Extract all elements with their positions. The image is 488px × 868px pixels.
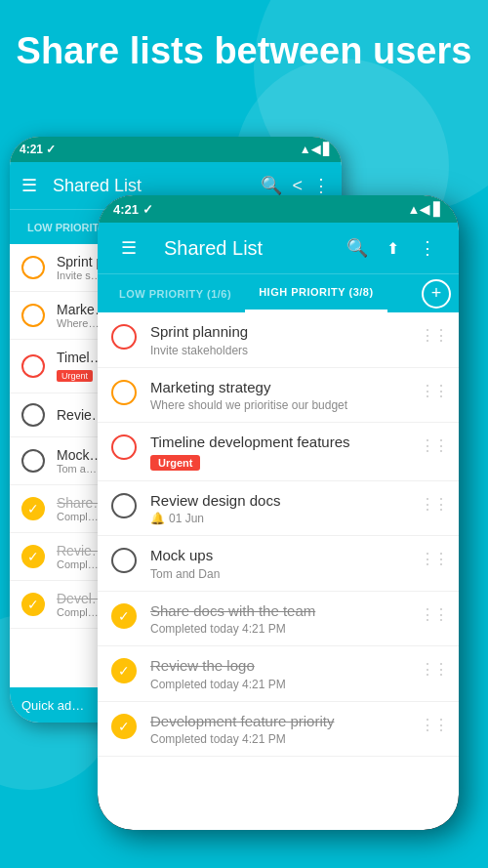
hero-section: Share lists between users — [0, 29, 488, 74]
item-title-8: Development feature priority — [150, 712, 416, 731]
item-sub-5: Tom and Dan — [150, 567, 416, 581]
drag-handle-5[interactable]: ⋮⋮ — [416, 546, 447, 568]
item-sub-6: Completed today 4:21 PM — [150, 622, 416, 636]
drag-handle-8[interactable]: ⋮⋮ — [416, 712, 447, 734]
more-icon-front[interactable]: ⋮ — [410, 230, 445, 266]
drag-handle-2[interactable]: ⋮⋮ — [416, 378, 447, 400]
tab-low-front[interactable]: LOW PRIORITY (1/6) — [105, 274, 245, 312]
item-sub-1: Invite stakeholders — [150, 344, 416, 357]
item-circle[interactable] — [21, 304, 45, 327]
item-circle[interactable]: ✓ — [21, 497, 45, 520]
item-title-1: Sprint planning — [150, 322, 416, 342]
item-title-6: Share docs with the team — [150, 601, 416, 621]
item-circle[interactable]: ✓ — [21, 593, 45, 616]
list-item-6: ✓ Share docs with the team Completed tod… — [98, 592, 459, 647]
drag-handle-1[interactable]: ⋮⋮ — [416, 322, 447, 345]
search-icon-front[interactable]: 🔍 — [340, 230, 375, 266]
hamburger-icon-back[interactable]: ☰ — [21, 175, 37, 196]
item-title-3: Timeline development features — [150, 433, 416, 452]
time-back: 4:21 ✓ — [20, 143, 56, 156]
list-item-5: Mock ups Tom and Dan ⋮⋮ — [98, 536, 459, 592]
tab-bar-front: LOW PRIORITY (1/6) HIGH PRIORITY (3/8) + — [98, 273, 459, 312]
item-circle-3[interactable] — [111, 434, 137, 460]
list-item-4: Review design docs 🔔 01 Jun ⋮⋮ — [98, 481, 459, 537]
item-circle-5[interactable] — [111, 548, 137, 573]
item-circle-2[interactable] — [111, 380, 137, 405]
item-circle[interactable] — [21, 354, 45, 378]
item-title-2: Marketing strategy — [150, 378, 416, 397]
item-circle-8[interactable]: ✓ — [111, 714, 137, 739]
time-front: 4:21 ✓ — [113, 202, 153, 217]
item-title-7: Review the logo — [150, 656, 416, 676]
item-circle[interactable] — [21, 449, 45, 473]
item-circle[interactable] — [21, 256, 45, 279]
list-item-2: Marketing strategy Where should we prior… — [98, 368, 459, 424]
app-bar-front: ☰ Shared List 🔍 ⬆ ⋮ — [98, 223, 459, 273]
tab-high-front[interactable]: HIGH PRIORITY (3/8) — [245, 274, 386, 312]
search-icon-back[interactable]: 🔍 — [261, 175, 282, 196]
drag-handle-6[interactable]: ⋮⋮ — [416, 601, 447, 624]
item-sub-7: Completed today 4:21 PM — [150, 678, 416, 691]
item-circle-4[interactable] — [111, 493, 137, 518]
signal-icons-back: ▲◀ ▋ — [300, 143, 332, 156]
item-circle-7[interactable]: ✓ — [111, 658, 137, 683]
status-bar-back: 4:21 ✓ ▲◀ ▋ — [10, 137, 342, 162]
drag-handle-3[interactable]: ⋮⋮ — [416, 433, 447, 455]
item-circle-1[interactable] — [111, 324, 137, 350]
list-item-8: ✓ Development feature priority Completed… — [98, 702, 459, 758]
share-icon-back[interactable]: < — [292, 176, 303, 196]
drag-handle-7[interactable]: ⋮⋮ — [416, 656, 447, 679]
item-circle-6[interactable]: ✓ — [111, 603, 137, 629]
status-bar-front: 4:21 ✓ ▲◀ ▋ — [98, 195, 459, 223]
urgent-badge-3: Urgent — [150, 455, 200, 471]
phone-front: 4:21 ✓ ▲◀ ▋ ☰ Shared List 🔍 ⬆ ⋮ LOW PRIO… — [98, 195, 459, 830]
hamburger-icon-front[interactable]: ☰ — [111, 230, 146, 266]
reminder-4: 🔔 01 Jun — [150, 512, 416, 525]
drag-handle-4[interactable]: ⋮⋮ — [416, 491, 447, 514]
list-front: Sprint planning Invite stakeholders ⋮⋮ M… — [98, 312, 459, 757]
signal-icons-front: ▲◀ ▋ — [408, 202, 443, 217]
share-icon-front[interactable]: ⬆ — [375, 230, 410, 266]
list-item-1: Sprint planning Invite stakeholders ⋮⋮ — [98, 312, 459, 368]
item-title-5: Mock ups — [150, 546, 416, 565]
list-item-3: Timeline development features Urgent ⋮⋮ — [98, 423, 459, 481]
item-circle[interactable] — [21, 403, 45, 427]
item-title-4: Review design docs — [150, 491, 416, 511]
item-circle[interactable]: ✓ — [21, 545, 45, 568]
list-item-7: ✓ Review the logo Completed today 4:21 P… — [98, 646, 459, 702]
hero-title: Share lists between users — [0, 29, 488, 74]
app-title-back: Shared List — [53, 176, 261, 196]
item-sub-2: Where should we prioritise our budget — [150, 398, 416, 412]
item-sub-8: Completed today 4:21 PM — [150, 732, 416, 746]
tab-add-button[interactable]: + — [422, 279, 451, 309]
app-title-front: Shared List — [164, 237, 340, 260]
more-icon-back[interactable]: ⋮ — [312, 175, 330, 196]
bell-icon-4: 🔔 — [150, 512, 165, 525]
